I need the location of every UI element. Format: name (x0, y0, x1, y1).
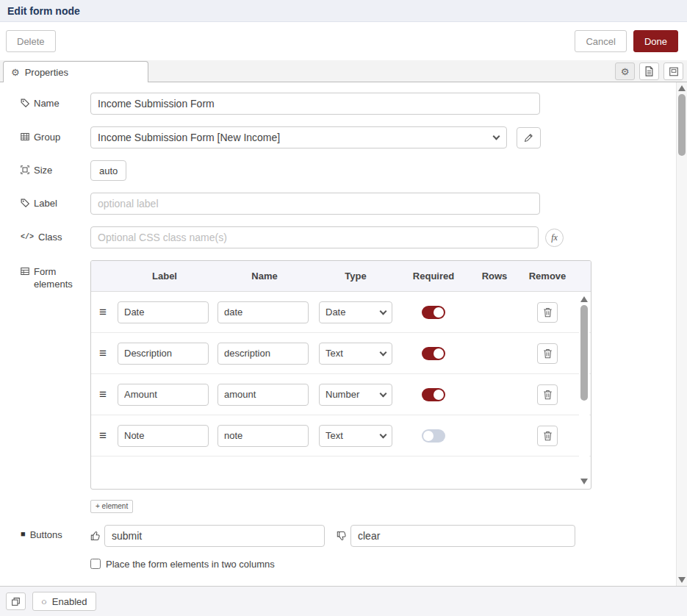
drag-handle-icon[interactable]: ≡ (91, 306, 115, 318)
size-label: Size (21, 165, 90, 177)
table-scrollbar-thumb[interactable] (580, 305, 588, 401)
tab-actions: ⚙ (615, 62, 683, 80)
element-label-input[interactable] (118, 384, 209, 406)
element-label-input[interactable] (118, 425, 209, 447)
layers-icon (11, 597, 21, 606)
group-label: Group (21, 132, 90, 144)
form-elements-label: Form elements (21, 266, 90, 291)
buttons-label: ■ Buttons (21, 529, 90, 542)
size-bounds-icon (21, 165, 29, 174)
element-name-input[interactable] (217, 425, 309, 447)
delete-element-button[interactable] (537, 343, 558, 364)
delete-element-button[interactable] (537, 384, 558, 405)
required-toggle[interactable] (422, 306, 445, 319)
cancel-button[interactable]: Cancel (575, 30, 626, 52)
delete-element-button[interactable] (537, 426, 558, 446)
trash-icon (543, 307, 553, 318)
trash-icon (543, 431, 553, 441)
vertical-scrollbar[interactable] (676, 82, 687, 586)
properties-panel: Name Group Income Submission Form [New I… (0, 82, 687, 586)
thumbs-up-icon (90, 531, 101, 541)
col-remove: Remove (519, 271, 576, 282)
table-scrollbar[interactable] (579, 293, 589, 487)
thumbs-down-icon (337, 531, 347, 541)
enabled-toggle-button[interactable]: ○ Enabled (32, 592, 96, 611)
element-type-select[interactable]: Text (319, 343, 392, 365)
document-icon (644, 66, 654, 76)
table-icon (21, 267, 29, 276)
delete-element-button[interactable] (537, 302, 558, 323)
group-select[interactable]: Income Submission Form [New Income] (90, 126, 507, 148)
cancel-button-text-input[interactable] (350, 525, 575, 547)
drag-handle-icon[interactable]: ≡ (91, 429, 115, 442)
element-label-input[interactable] (118, 301, 209, 323)
col-label: Label (115, 271, 215, 282)
edit-group-button[interactable] (517, 127, 541, 148)
form-elements-row: Form elements Label Name Type Required R… (21, 260, 658, 513)
element-name-input[interactable] (217, 301, 309, 323)
table-row: ≡ Date (91, 292, 591, 333)
buttons-icon: ■ (21, 530, 26, 538)
tag-icon (21, 99, 29, 107)
name-input[interactable] (90, 93, 540, 115)
dialog-title: Edit form node (7, 5, 80, 17)
size-row: Size auto (21, 160, 658, 181)
radio-circle-icon: ○ (41, 597, 47, 606)
tab-properties[interactable]: ⚙ Properties (3, 61, 148, 82)
element-name-input[interactable] (217, 343, 309, 365)
table-body: ≡ Date ≡ Text (91, 292, 591, 489)
scroll-up-icon[interactable] (580, 296, 588, 302)
form-elements-table: Label Name Type Required Rows Remove ≡ D… (90, 260, 591, 490)
scroll-down-icon[interactable] (678, 577, 686, 583)
add-element-row: + element (90, 498, 591, 513)
tab-bar: ⚙ Properties ⚙ (0, 60, 687, 82)
fx-button[interactable]: fx (545, 229, 564, 247)
element-type-select[interactable]: Text (319, 425, 392, 447)
two-columns-checkbox[interactable] (90, 559, 101, 569)
element-type-select-wrap: Number (319, 384, 392, 406)
expand-editor-button[interactable] (663, 62, 683, 80)
label-input[interactable] (90, 193, 540, 215)
col-required: Required (397, 271, 470, 282)
group-select-wrap: Income Submission Form [New Income] (90, 126, 507, 148)
group-grid-icon (21, 132, 29, 141)
required-toggle[interactable] (422, 429, 445, 443)
name-row: Name (21, 93, 658, 115)
submit-button-text-input[interactable] (104, 525, 325, 547)
required-toggle[interactable] (422, 347, 445, 360)
trash-icon (543, 348, 553, 359)
edit-form-node-dialog: Edit form node Delete Cancel Done ⚙ Prop… (0, 0, 687, 616)
tab-properties-label: Properties (25, 67, 68, 78)
scrollbar-thumb[interactable] (678, 94, 686, 156)
element-type-select[interactable]: Date (319, 301, 392, 323)
class-input[interactable] (90, 226, 539, 248)
dialog-header: Edit form node (0, 0, 687, 22)
table-row: ≡ Text (91, 333, 591, 374)
element-type-select[interactable]: Number (319, 384, 392, 406)
properties-form: Name Group Income Submission Form [New I… (0, 82, 687, 570)
enabled-label: Enabled (52, 596, 87, 607)
size-button[interactable]: auto (90, 160, 126, 181)
required-toggle[interactable] (422, 388, 445, 401)
two-columns-row: Place the form elements in two columns (90, 559, 658, 570)
name-label: Name (21, 98, 90, 110)
element-label-input[interactable] (118, 343, 209, 365)
class-row: </> Class fx (21, 226, 658, 248)
label-row: Label (21, 193, 658, 215)
tag-icon (21, 198, 29, 207)
delete-button[interactable]: Delete (6, 30, 56, 52)
col-name: Name (215, 271, 314, 282)
element-name-input[interactable] (217, 384, 309, 406)
scroll-up-icon[interactable] (678, 85, 686, 91)
drag-handle-icon[interactable]: ≡ (91, 347, 115, 359)
dialog-actions: Cancel Done (575, 30, 678, 52)
two-columns-label[interactable]: Place the form elements in two columns (106, 559, 275, 570)
node-settings-button[interactable]: ⚙ (615, 62, 635, 80)
add-element-button[interactable]: + element (90, 500, 133, 513)
done-button[interactable]: Done (633, 30, 678, 52)
expand-icon (669, 67, 679, 76)
description-button[interactable] (639, 62, 659, 80)
drag-handle-icon[interactable]: ≡ (91, 388, 115, 401)
layers-button[interactable] (6, 592, 26, 610)
scroll-down-icon[interactable] (580, 479, 588, 484)
